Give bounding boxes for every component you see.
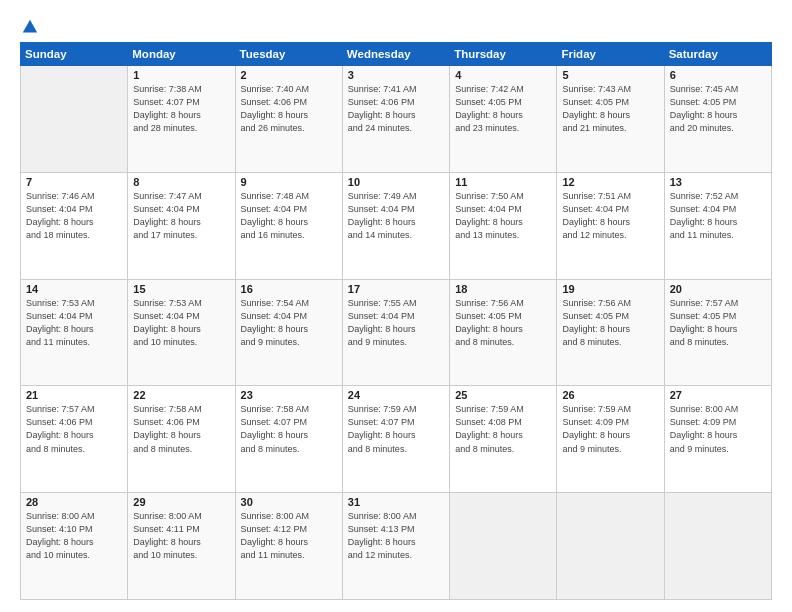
cell-info-text: Sunrise: 7:45 AMSunset: 4:05 PMDaylight:… bbox=[670, 83, 766, 135]
logo-icon bbox=[21, 18, 39, 36]
cell-info-text: Sunrise: 7:38 AMSunset: 4:07 PMDaylight:… bbox=[133, 83, 229, 135]
calendar-cell: 3Sunrise: 7:41 AMSunset: 4:06 PMDaylight… bbox=[342, 66, 449, 173]
calendar-cell: 4Sunrise: 7:42 AMSunset: 4:05 PMDaylight… bbox=[450, 66, 557, 173]
cell-info-text: Sunrise: 7:50 AMSunset: 4:04 PMDaylight:… bbox=[455, 190, 551, 242]
calendar-cell: 9Sunrise: 7:48 AMSunset: 4:04 PMDaylight… bbox=[235, 172, 342, 279]
cell-date-number: 16 bbox=[241, 283, 337, 295]
cell-date-number: 31 bbox=[348, 496, 444, 508]
cell-info-text: Sunrise: 7:52 AMSunset: 4:04 PMDaylight:… bbox=[670, 190, 766, 242]
logo bbox=[20, 18, 39, 36]
calendar-cell: 2Sunrise: 7:40 AMSunset: 4:06 PMDaylight… bbox=[235, 66, 342, 173]
calendar-cell bbox=[450, 493, 557, 600]
cell-date-number: 13 bbox=[670, 176, 766, 188]
calendar-body: 1Sunrise: 7:38 AMSunset: 4:07 PMDaylight… bbox=[21, 66, 772, 600]
svg-marker-0 bbox=[23, 20, 37, 33]
calendar-cell: 27Sunrise: 8:00 AMSunset: 4:09 PMDayligh… bbox=[664, 386, 771, 493]
calendar-cell: 15Sunrise: 7:53 AMSunset: 4:04 PMDayligh… bbox=[128, 279, 235, 386]
calendar-header: SundayMondayTuesdayWednesdayThursdayFrid… bbox=[21, 43, 772, 66]
cell-info-text: Sunrise: 7:56 AMSunset: 4:05 PMDaylight:… bbox=[455, 297, 551, 349]
calendar-table: SundayMondayTuesdayWednesdayThursdayFrid… bbox=[20, 42, 772, 600]
calendar-week-3: 14Sunrise: 7:53 AMSunset: 4:04 PMDayligh… bbox=[21, 279, 772, 386]
cell-date-number: 15 bbox=[133, 283, 229, 295]
calendar-cell: 1Sunrise: 7:38 AMSunset: 4:07 PMDaylight… bbox=[128, 66, 235, 173]
calendar-cell: 31Sunrise: 8:00 AMSunset: 4:13 PMDayligh… bbox=[342, 493, 449, 600]
cell-info-text: Sunrise: 7:47 AMSunset: 4:04 PMDaylight:… bbox=[133, 190, 229, 242]
cell-info-text: Sunrise: 7:48 AMSunset: 4:04 PMDaylight:… bbox=[241, 190, 337, 242]
calendar-cell: 14Sunrise: 7:53 AMSunset: 4:04 PMDayligh… bbox=[21, 279, 128, 386]
cell-info-text: Sunrise: 7:57 AMSunset: 4:06 PMDaylight:… bbox=[26, 403, 122, 455]
cell-info-text: Sunrise: 7:40 AMSunset: 4:06 PMDaylight:… bbox=[241, 83, 337, 135]
weekday-header-sunday: Sunday bbox=[21, 43, 128, 66]
calendar-cell bbox=[664, 493, 771, 600]
calendar-cell: 5Sunrise: 7:43 AMSunset: 4:05 PMDaylight… bbox=[557, 66, 664, 173]
cell-info-text: Sunrise: 7:58 AMSunset: 4:06 PMDaylight:… bbox=[133, 403, 229, 455]
header bbox=[20, 18, 772, 36]
calendar-cell: 6Sunrise: 7:45 AMSunset: 4:05 PMDaylight… bbox=[664, 66, 771, 173]
cell-date-number: 1 bbox=[133, 69, 229, 81]
cell-info-text: Sunrise: 7:53 AMSunset: 4:04 PMDaylight:… bbox=[26, 297, 122, 349]
cell-info-text: Sunrise: 8:00 AMSunset: 4:09 PMDaylight:… bbox=[670, 403, 766, 455]
cell-date-number: 30 bbox=[241, 496, 337, 508]
cell-date-number: 20 bbox=[670, 283, 766, 295]
calendar-week-5: 28Sunrise: 8:00 AMSunset: 4:10 PMDayligh… bbox=[21, 493, 772, 600]
cell-date-number: 11 bbox=[455, 176, 551, 188]
cell-date-number: 29 bbox=[133, 496, 229, 508]
cell-date-number: 22 bbox=[133, 389, 229, 401]
calendar-cell: 16Sunrise: 7:54 AMSunset: 4:04 PMDayligh… bbox=[235, 279, 342, 386]
calendar-cell: 24Sunrise: 7:59 AMSunset: 4:07 PMDayligh… bbox=[342, 386, 449, 493]
cell-date-number: 12 bbox=[562, 176, 658, 188]
cell-info-text: Sunrise: 7:46 AMSunset: 4:04 PMDaylight:… bbox=[26, 190, 122, 242]
cell-date-number: 18 bbox=[455, 283, 551, 295]
cell-date-number: 24 bbox=[348, 389, 444, 401]
weekday-header-friday: Friday bbox=[557, 43, 664, 66]
cell-info-text: Sunrise: 7:49 AMSunset: 4:04 PMDaylight:… bbox=[348, 190, 444, 242]
calendar-cell: 21Sunrise: 7:57 AMSunset: 4:06 PMDayligh… bbox=[21, 386, 128, 493]
page: SundayMondayTuesdayWednesdayThursdayFrid… bbox=[0, 0, 792, 612]
cell-date-number: 21 bbox=[26, 389, 122, 401]
calendar-cell: 28Sunrise: 8:00 AMSunset: 4:10 PMDayligh… bbox=[21, 493, 128, 600]
calendar-cell: 18Sunrise: 7:56 AMSunset: 4:05 PMDayligh… bbox=[450, 279, 557, 386]
calendar-cell: 29Sunrise: 8:00 AMSunset: 4:11 PMDayligh… bbox=[128, 493, 235, 600]
calendar-cell: 30Sunrise: 8:00 AMSunset: 4:12 PMDayligh… bbox=[235, 493, 342, 600]
cell-date-number: 3 bbox=[348, 69, 444, 81]
cell-date-number: 7 bbox=[26, 176, 122, 188]
calendar-cell: 8Sunrise: 7:47 AMSunset: 4:04 PMDaylight… bbox=[128, 172, 235, 279]
cell-info-text: Sunrise: 7:57 AMSunset: 4:05 PMDaylight:… bbox=[670, 297, 766, 349]
cell-date-number: 8 bbox=[133, 176, 229, 188]
calendar-cell: 23Sunrise: 7:58 AMSunset: 4:07 PMDayligh… bbox=[235, 386, 342, 493]
cell-date-number: 17 bbox=[348, 283, 444, 295]
cell-date-number: 23 bbox=[241, 389, 337, 401]
cell-info-text: Sunrise: 7:59 AMSunset: 4:08 PMDaylight:… bbox=[455, 403, 551, 455]
cell-date-number: 6 bbox=[670, 69, 766, 81]
cell-info-text: Sunrise: 7:51 AMSunset: 4:04 PMDaylight:… bbox=[562, 190, 658, 242]
cell-info-text: Sunrise: 7:54 AMSunset: 4:04 PMDaylight:… bbox=[241, 297, 337, 349]
cell-info-text: Sunrise: 7:58 AMSunset: 4:07 PMDaylight:… bbox=[241, 403, 337, 455]
cell-date-number: 5 bbox=[562, 69, 658, 81]
cell-info-text: Sunrise: 7:43 AMSunset: 4:05 PMDaylight:… bbox=[562, 83, 658, 135]
cell-date-number: 28 bbox=[26, 496, 122, 508]
cell-info-text: Sunrise: 7:41 AMSunset: 4:06 PMDaylight:… bbox=[348, 83, 444, 135]
weekday-header-monday: Monday bbox=[128, 43, 235, 66]
cell-info-text: Sunrise: 7:59 AMSunset: 4:07 PMDaylight:… bbox=[348, 403, 444, 455]
weekday-header-saturday: Saturday bbox=[664, 43, 771, 66]
cell-date-number: 27 bbox=[670, 389, 766, 401]
calendar-week-1: 1Sunrise: 7:38 AMSunset: 4:07 PMDaylight… bbox=[21, 66, 772, 173]
cell-date-number: 9 bbox=[241, 176, 337, 188]
calendar-cell: 26Sunrise: 7:59 AMSunset: 4:09 PMDayligh… bbox=[557, 386, 664, 493]
calendar-cell: 13Sunrise: 7:52 AMSunset: 4:04 PMDayligh… bbox=[664, 172, 771, 279]
cell-date-number: 25 bbox=[455, 389, 551, 401]
calendar-cell: 11Sunrise: 7:50 AMSunset: 4:04 PMDayligh… bbox=[450, 172, 557, 279]
cell-info-text: Sunrise: 8:00 AMSunset: 4:12 PMDaylight:… bbox=[241, 510, 337, 562]
cell-info-text: Sunrise: 7:59 AMSunset: 4:09 PMDaylight:… bbox=[562, 403, 658, 455]
calendar-cell: 12Sunrise: 7:51 AMSunset: 4:04 PMDayligh… bbox=[557, 172, 664, 279]
cell-info-text: Sunrise: 8:00 AMSunset: 4:13 PMDaylight:… bbox=[348, 510, 444, 562]
calendar-cell: 20Sunrise: 7:57 AMSunset: 4:05 PMDayligh… bbox=[664, 279, 771, 386]
cell-date-number: 4 bbox=[455, 69, 551, 81]
calendar-cell: 7Sunrise: 7:46 AMSunset: 4:04 PMDaylight… bbox=[21, 172, 128, 279]
cell-info-text: Sunrise: 7:42 AMSunset: 4:05 PMDaylight:… bbox=[455, 83, 551, 135]
cell-info-text: Sunrise: 7:55 AMSunset: 4:04 PMDaylight:… bbox=[348, 297, 444, 349]
cell-date-number: 14 bbox=[26, 283, 122, 295]
logo-text bbox=[20, 18, 39, 36]
cell-date-number: 10 bbox=[348, 176, 444, 188]
calendar-week-4: 21Sunrise: 7:57 AMSunset: 4:06 PMDayligh… bbox=[21, 386, 772, 493]
